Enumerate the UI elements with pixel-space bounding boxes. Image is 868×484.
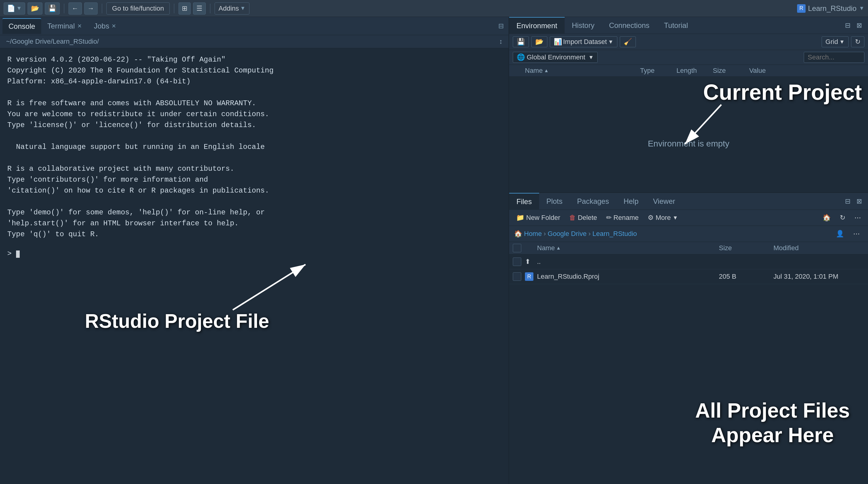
breadcrumb-learn-rstudio[interactable]: Learn_RStudio xyxy=(592,230,637,238)
viewer-tab-label: Viewer xyxy=(653,197,675,206)
tab-plots[interactable]: Plots xyxy=(539,193,570,210)
current-project-annotation: Current Project xyxy=(703,80,862,104)
grid-button[interactable]: ⊞ xyxy=(179,2,191,14)
back-button[interactable]: ← xyxy=(68,2,82,14)
files-toolbar: 📁 New Folder 🗑 Delete ✏ Rename ⚙ More ▼ xyxy=(509,210,868,226)
tab-viewer[interactable]: Viewer xyxy=(646,193,683,210)
console-path-text: ~/Google Drive/Learn_RStudio/ xyxy=(6,38,99,46)
go-to-file-button[interactable]: Go to file/function xyxy=(106,2,170,14)
list-button[interactable]: ☰ xyxy=(193,2,206,14)
parent-row-name: .. xyxy=(537,258,719,266)
env-col-name[interactable]: Name ▲ xyxy=(525,67,640,74)
env-col-type: Type xyxy=(640,67,677,74)
new-file-button[interactable]: 📄 ▼ xyxy=(4,2,25,14)
env-empty-area: Current Project Environment is empty xyxy=(509,77,868,192)
parent-dir-label: .. xyxy=(537,258,541,266)
left-minimize-button[interactable]: ⊟ xyxy=(496,21,506,31)
tab-console[interactable]: Console xyxy=(2,18,41,34)
files-home-button[interactable]: 🏠 xyxy=(819,212,834,223)
rename-icon: ✏ xyxy=(606,214,612,222)
home-icon: 🏠 xyxy=(823,214,831,222)
load-env-button[interactable]: 📂 xyxy=(531,36,547,47)
console-prompt-symbol: > xyxy=(7,249,11,258)
rename-label: Rename xyxy=(613,214,639,222)
console-tab-label: Console xyxy=(8,22,35,31)
console-path-icon: ↕ xyxy=(499,38,502,46)
more-button[interactable]: ⚙ More ▼ xyxy=(644,212,681,223)
files-col-name[interactable]: Name ▲ xyxy=(537,244,719,252)
tab-files[interactable]: Files xyxy=(509,193,539,210)
import-dataset-icon: 📊 xyxy=(554,38,562,46)
breadcrumb-user-button[interactable]: 👤 xyxy=(833,229,847,239)
open-file-button[interactable]: 📂 xyxy=(28,2,42,14)
tab-tutorial[interactable]: Tutorial xyxy=(657,17,695,34)
new-folder-button[interactable]: 📁 New Folder xyxy=(513,212,563,223)
delete-label: Delete xyxy=(578,214,597,222)
up-arrow-icon: ⬆ xyxy=(525,258,530,265)
files-minimize-button[interactable]: ⊟ xyxy=(842,196,853,207)
files-section: Files Plots Packages Help Viewer ⊟ ⊠ xyxy=(509,193,868,484)
env-col-length: Length xyxy=(677,67,713,74)
broom-button[interactable]: 🧹 xyxy=(620,36,636,47)
tab-jobs[interactable]: Jobs ✕ xyxy=(88,18,122,34)
back-icon: ← xyxy=(72,4,79,12)
grid-chevron-icon: ▼ xyxy=(839,39,845,45)
rproj-row-name: Learn_RStudio.Rproj xyxy=(537,273,719,280)
tab-connections[interactable]: Connections xyxy=(601,17,656,34)
file-row-parent[interactable]: ⬆ .. xyxy=(509,254,868,269)
tab-history[interactable]: History xyxy=(565,17,602,34)
delete-button[interactable]: 🗑 Delete xyxy=(566,212,600,223)
name-sort-icon: ▲ xyxy=(544,68,549,73)
addins-button[interactable]: Addins ▼ xyxy=(215,2,249,14)
right-panel: Environment History Connections Tutorial… xyxy=(509,17,868,484)
save-env-button[interactable]: 💾 xyxy=(513,36,529,47)
console-tab-bar: Console Terminal ✕ Jobs ✕ ⊟ xyxy=(0,17,508,35)
project-name: Learn_RStudio xyxy=(808,4,857,13)
file-row-rproj[interactable]: R Learn_RStudio.Rproj 205 B Jul 31, 2020… xyxy=(509,269,868,284)
global-env-selector[interactable]: 🌐 Global Environment ▼ xyxy=(513,52,598,63)
jobs-close-icon[interactable]: ✕ xyxy=(112,23,116,29)
breadcrumb-sep-1: › xyxy=(544,230,546,238)
console-output[interactable]: R version 4.0.2 (2020-06-22) -- "Taking … xyxy=(0,48,508,484)
tab-environment[interactable]: Environment xyxy=(509,17,565,34)
project-label-container: R Learn_RStudio ▼ xyxy=(797,4,864,13)
gear-icon: ⚙ xyxy=(648,214,654,222)
breadcrumb-dots-button[interactable]: ⋯ xyxy=(850,229,863,239)
breadcrumb-home[interactable]: Home xyxy=(524,230,542,238)
refresh-env-button[interactable]: ↻ xyxy=(851,36,864,47)
forward-icon: → xyxy=(88,4,94,12)
rstudio-file-arrow-icon xyxy=(227,255,318,316)
forward-button[interactable]: → xyxy=(84,2,98,14)
tab-terminal[interactable]: Terminal ✕ xyxy=(41,18,88,34)
rename-button[interactable]: ✏ Rename xyxy=(603,212,642,223)
files-maximize-button[interactable]: ⊠ xyxy=(854,196,864,207)
import-dataset-button[interactable]: 📊 Import Dataset ▼ xyxy=(550,36,617,47)
files-tab-bar: Files Plots Packages Help Viewer ⊟ ⊠ xyxy=(509,193,868,210)
grid-label: Grid xyxy=(826,38,838,46)
env-toolbar: 💾 📂 📊 Import Dataset ▼ 🧹 Grid ▼ ↻ xyxy=(509,34,868,50)
more-chevron-icon: ▼ xyxy=(673,215,678,221)
terminal-close-icon[interactable]: ✕ xyxy=(77,23,82,29)
tab-help[interactable]: Help xyxy=(616,193,646,210)
env-maximize-button[interactable]: ⊠ xyxy=(854,20,864,31)
save-button[interactable]: 💾 xyxy=(45,2,60,14)
breadcrumb-google-drive[interactable]: Google Drive xyxy=(548,230,586,238)
open-icon: 📂 xyxy=(31,4,39,12)
files-name-sort-icon: ▲ xyxy=(556,245,561,251)
rproj-filename: Learn_RStudio.Rproj xyxy=(537,273,599,280)
files-more-dots[interactable]: ⋯ xyxy=(851,212,864,223)
parent-row-icon-cell: ⬆ xyxy=(525,258,537,266)
parent-row-checkbox xyxy=(513,258,525,266)
files-select-all-checkbox[interactable] xyxy=(513,244,521,252)
console-text: R version 4.0.2 (2020-06-22) -- "Taking … xyxy=(7,54,501,240)
grid-view-button[interactable]: Grid ▼ xyxy=(822,36,848,47)
env-minimize-button[interactable]: ⊟ xyxy=(842,20,853,31)
env-search-input[interactable] xyxy=(804,52,864,63)
packages-tab-label: Packages xyxy=(577,197,609,206)
files-panel-actions: ⊟ ⊠ xyxy=(842,196,868,207)
console-prompt-area[interactable]: > xyxy=(7,249,501,258)
more-label: More xyxy=(655,214,671,222)
tab-packages[interactable]: Packages xyxy=(570,193,616,210)
env-col-size: Size xyxy=(713,67,749,74)
files-refresh-button[interactable]: ↻ xyxy=(836,212,848,223)
